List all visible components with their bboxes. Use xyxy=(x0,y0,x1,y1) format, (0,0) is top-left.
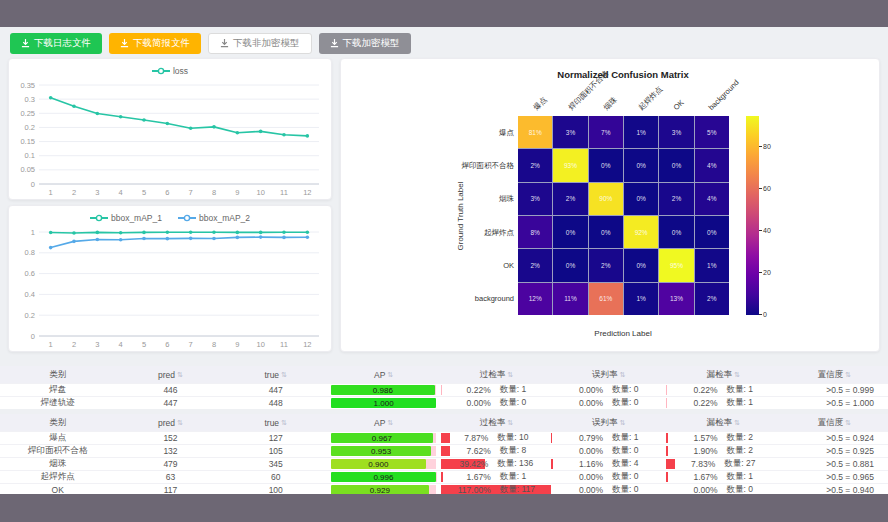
column-header-label: AP xyxy=(374,418,385,428)
sort-icon[interactable]: ⇅ xyxy=(387,371,393,379)
rate-value: 39.42% xyxy=(460,459,489,469)
download-log-file-button[interactable]: 下载日志文件 xyxy=(10,33,102,54)
cm-row-label: background xyxy=(401,294,514,303)
colorbar-tick: 40 xyxy=(759,227,771,234)
legend-item-loss[interactable]: loss xyxy=(152,66,188,76)
ap-cell: 0.967 xyxy=(326,433,441,443)
column-header-over[interactable]: 过检率⇅ xyxy=(441,369,551,381)
rate-value: 0.22% xyxy=(693,385,717,395)
cm-row-label: 焊印面积不合格 xyxy=(401,161,514,170)
sort-icon[interactable]: ⇅ xyxy=(845,419,851,427)
column-header-pred[interactable]: pred⇅ xyxy=(115,370,225,380)
svg-text:0.2: 0.2 xyxy=(25,311,35,320)
rate-value: 1.16% xyxy=(579,459,603,469)
svg-text:1: 1 xyxy=(49,340,53,349)
sort-icon[interactable]: ⇅ xyxy=(734,419,740,427)
sort-icon[interactable]: ⇅ xyxy=(620,419,626,427)
rate-count: 数量: 0 xyxy=(612,484,638,496)
rate-count: 数量: 1 xyxy=(500,384,526,396)
column-header-true[interactable]: true⇅ xyxy=(226,370,326,380)
sort-icon[interactable]: ⇅ xyxy=(177,371,183,379)
legend-marker xyxy=(178,214,196,222)
cm-cell: 93% xyxy=(553,149,587,181)
column-header-miss[interactable]: 漏检率⇅ xyxy=(666,417,781,429)
download-encrypted-model-button[interactable]: 下载加密模型 xyxy=(319,33,411,54)
column-header-label: 过检率 xyxy=(480,417,506,429)
true-cell: 447 xyxy=(226,385,326,395)
column-header-inner: 误判率⇅ xyxy=(551,417,666,429)
rate-count: 数量: 0 xyxy=(612,445,638,457)
category-cell: 起焊炸点 xyxy=(0,471,115,483)
true-cell: 448 xyxy=(226,398,326,408)
column-header-mis[interactable]: 误判率⇅ xyxy=(551,369,666,381)
column-header-ap[interactable]: AP⇅ xyxy=(326,370,441,380)
column-header-conf[interactable]: 置信度⇅ xyxy=(781,417,888,429)
cm-cell: 4% xyxy=(695,149,729,181)
sort-icon[interactable]: ⇅ xyxy=(845,371,851,379)
colorbar-tick-label: 80 xyxy=(763,143,771,150)
rate-value: 1.90% xyxy=(693,446,717,456)
sort-icon[interactable]: ⇅ xyxy=(281,371,287,379)
cm-col-label: 起焊炸点 xyxy=(637,84,665,112)
svg-text:6: 6 xyxy=(165,340,169,349)
column-header-over[interactable]: 过检率⇅ xyxy=(441,417,551,429)
rate-value: 0.79% xyxy=(579,433,603,443)
svg-text:0.4: 0.4 xyxy=(25,290,35,299)
rate-count: 数量: 10 xyxy=(497,432,528,444)
cm-cell: 0% xyxy=(553,216,587,248)
column-header-pred[interactable]: pred⇅ xyxy=(115,418,225,428)
column-header-ap[interactable]: AP⇅ xyxy=(326,418,441,428)
rate-bar xyxy=(666,433,668,443)
rate-count: 数量: 1 xyxy=(612,432,638,444)
column-header-label: 漏检率 xyxy=(707,417,733,429)
column-header-inner: true⇅ xyxy=(226,370,326,380)
column-header-inner: 类别 xyxy=(0,369,115,381)
sort-icon[interactable]: ⇅ xyxy=(620,371,626,379)
cm-cell: 4% xyxy=(695,183,729,215)
rate-cell: 0.00%数量: 0 xyxy=(551,445,666,457)
column-header-label: AP xyxy=(374,370,385,380)
sort-icon[interactable]: ⇅ xyxy=(281,419,287,427)
rate-cell: 1.16%数量: 4 xyxy=(551,458,666,470)
download-report-file-button[interactable]: 下载简报文件 xyxy=(109,33,201,54)
rate-bar xyxy=(666,459,675,469)
table-row: 焊盘4464470.9860.22%数量: 10.00%数量: 00.22%数量… xyxy=(0,383,888,396)
column-header-mis[interactable]: 误判率⇅ xyxy=(551,417,666,429)
button-label: 下载加密模型 xyxy=(343,37,400,50)
ap-cell: 0.900 xyxy=(326,459,441,469)
legend-item-bbox_mAP_2[interactable]: bbox_mAP_2 xyxy=(178,213,250,223)
ap-bar: 0.967 xyxy=(331,433,433,443)
sort-icon[interactable]: ⇅ xyxy=(507,419,513,427)
svg-text:0.3: 0.3 xyxy=(25,95,35,104)
bbox-map-chart: 00.20.40.60.81123456789101112 xyxy=(9,226,331,351)
ap-bar: 0.900 xyxy=(331,459,426,469)
cm-cell: 13% xyxy=(659,283,693,315)
legend-item-bbox_mAP_1[interactable]: bbox_mAP_1 xyxy=(90,213,162,223)
category-cell: 爆点 xyxy=(0,432,115,444)
svg-text:10: 10 xyxy=(256,188,264,197)
cm-cell: 7% xyxy=(589,116,623,148)
download-unencrypted-model-button[interactable]: 下载非加密模型 xyxy=(208,33,312,54)
column-header-conf[interactable]: 置信度⇅ xyxy=(781,369,888,381)
cm-col-label: OK xyxy=(672,98,686,112)
column-header-miss[interactable]: 漏检率⇅ xyxy=(666,369,781,381)
ap-bar: 1.000 xyxy=(331,398,436,408)
sort-icon[interactable]: ⇅ xyxy=(734,371,740,379)
download-icon xyxy=(220,39,229,48)
svg-text:0.1: 0.1 xyxy=(25,151,35,160)
rate-bar xyxy=(441,433,450,443)
cm-cell: 0% xyxy=(624,183,658,215)
sort-icon[interactable]: ⇅ xyxy=(177,419,183,427)
column-header-true[interactable]: true⇅ xyxy=(226,418,326,428)
cm-cell: 95% xyxy=(659,249,693,281)
sort-icon[interactable]: ⇅ xyxy=(387,419,393,427)
rate-bar xyxy=(441,446,449,456)
table-row: 爆点1521270.9677.87%数量: 100.79%数量: 11.57%数… xyxy=(0,431,888,444)
cm-cell: 0% xyxy=(589,216,623,248)
svg-text:3: 3 xyxy=(95,188,99,197)
colorbar-tick-label: 0 xyxy=(763,311,767,318)
rate-count: 数量: 0 xyxy=(612,397,638,409)
colorbar xyxy=(746,116,759,315)
column-header-category: 类别 xyxy=(0,417,115,429)
sort-icon[interactable]: ⇅ xyxy=(507,371,513,379)
